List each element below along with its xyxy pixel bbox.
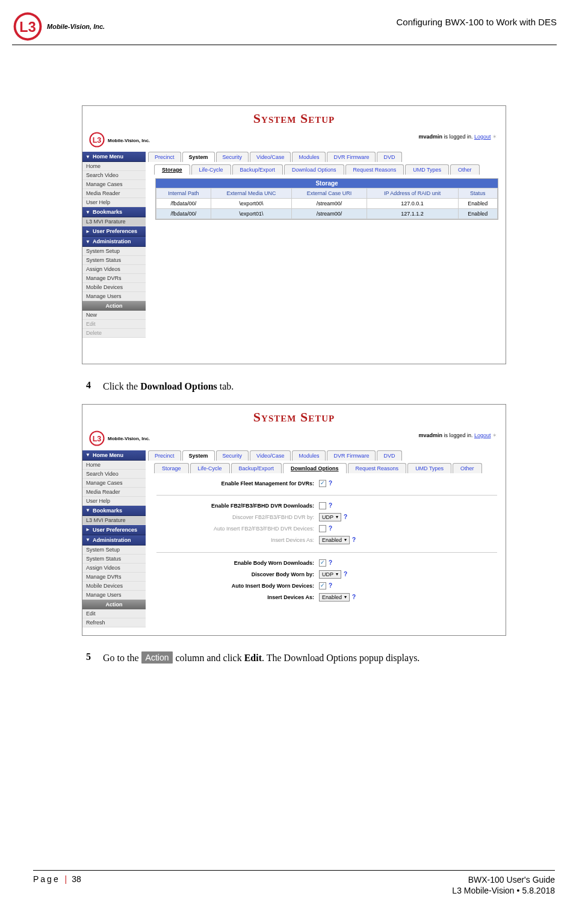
subtab-download[interactable]: Download Options <box>283 463 347 473</box>
sidebar-item[interactable]: Manage DVRs <box>82 573 146 582</box>
subtab-storage[interactable]: Storage <box>154 164 190 175</box>
subtab-lifecycle[interactable]: Life-Cycle <box>191 164 231 175</box>
subtab-umd[interactable]: UMD Types <box>405 164 449 175</box>
action-item[interactable]: Delete <box>82 329 146 338</box>
page-header: L3 Mobile-Vision, Inc. Configuring BWX-1… <box>0 0 588 45</box>
subtab-other[interactable]: Other <box>450 164 480 175</box>
table-cell[interactable]: /fbdata/00/ <box>156 199 211 209</box>
sidebar-item[interactable]: L3 MVI Parature <box>82 217 146 226</box>
sidebar-item[interactable]: Manage DVRs <box>82 274 146 283</box>
action-item[interactable]: New <box>82 311 146 320</box>
user-prefs-header[interactable]: User Preferences <box>82 525 146 535</box>
subtab-backup[interactable]: Backup/Export <box>232 164 283 175</box>
table-cell[interactable]: \export01\ <box>211 209 292 219</box>
help-icon[interactable]: ? <box>329 582 332 589</box>
subtab-request[interactable]: Request Reasons <box>348 463 407 473</box>
help-icon[interactable]: ? <box>329 480 332 487</box>
table-cell[interactable]: /fbdata/00/ <box>156 209 211 219</box>
help-icon[interactable]: ? <box>352 594 356 600</box>
sidebar-item[interactable]: Home <box>82 162 146 171</box>
sidebar-item[interactable]: System Setup <box>82 247 146 256</box>
tab-precinct[interactable]: Precinct <box>148 152 181 162</box>
tab-security[interactable]: Security <box>216 152 249 162</box>
sidebar-item[interactable]: Manage Users <box>82 292 146 301</box>
sidebar-item[interactable]: Home <box>82 461 146 470</box>
checkbox-fleet[interactable] <box>319 480 326 487</box>
tab-modules[interactable]: Modules <box>292 152 326 162</box>
sidebar-item[interactable]: Assign Videos <box>82 265 146 274</box>
checkbox-bwauto[interactable] <box>319 582 326 589</box>
tab-dvr-firmware[interactable]: DVR Firmware <box>327 152 376 162</box>
action-item[interactable]: Refresh <box>82 618 146 627</box>
sidebar-item[interactable]: Manage Users <box>82 591 146 600</box>
sidebar-item[interactable]: Manage Cases <box>82 180 146 189</box>
table-cell[interactable]: \export00\ <box>211 199 292 209</box>
select-fb2ins[interactable]: Enabled <box>319 536 350 544</box>
subtab-other[interactable]: Other <box>453 463 482 473</box>
help-icon[interactable]: ? <box>344 514 347 520</box>
tab-modules[interactable]: Modules <box>292 450 326 461</box>
bookmarks-header[interactable]: Bookmarks <box>82 506 146 516</box>
tab-videocase[interactable]: Video/Case <box>250 450 291 461</box>
tab-dvr-firmware[interactable]: DVR Firmware <box>327 450 376 461</box>
subtab-storage[interactable]: Storage <box>154 463 189 473</box>
sidebar-item[interactable]: System Status <box>82 256 146 265</box>
tab-dvd[interactable]: DVD <box>377 450 401 461</box>
sidebar-item[interactable]: Mobile Devices <box>82 582 146 591</box>
sidebar-item[interactable]: System Setup <box>82 546 146 555</box>
username: mvadmin <box>418 134 442 140</box>
help-icon[interactable]: ? <box>344 571 347 577</box>
select-bwins[interactable]: Enabled <box>319 593 350 602</box>
admin-header[interactable]: Administration <box>82 237 146 247</box>
select-bwdisc[interactable]: UDP <box>319 570 341 579</box>
admin-header[interactable]: Administration <box>82 535 146 546</box>
tab-precinct[interactable]: Precinct <box>148 450 181 461</box>
checkbox-bwdl[interactable] <box>319 559 326 567</box>
table-cell[interactable]: /stream00/ <box>292 199 367 209</box>
sidebar-item[interactable]: Media Reader <box>82 189 146 198</box>
table-cell[interactable]: Enabled <box>458 199 497 209</box>
checkbox-fb2auto[interactable] <box>319 525 326 532</box>
table-cell[interactable]: Enabled <box>458 209 497 219</box>
tab-system[interactable]: System <box>182 450 215 461</box>
subtab-download[interactable]: Download Options <box>284 164 344 175</box>
tab-system[interactable]: System <box>182 152 215 162</box>
help-icon[interactable]: ? <box>329 502 332 509</box>
table-cell[interactable]: 127.0.0.1 <box>367 199 458 209</box>
subtab-umd[interactable]: UMD Types <box>407 463 451 473</box>
table-cell[interactable]: /stream00/ <box>292 209 367 219</box>
checkbox-fb2dl[interactable] <box>319 502 326 509</box>
table-cell[interactable]: 127.1.1.2 <box>367 209 458 219</box>
sidebar-item[interactable]: Mobile Devices <box>82 283 146 292</box>
user-prefs-header[interactable]: User Preferences <box>82 226 146 237</box>
sidebar-item[interactable]: System Status <box>82 555 146 564</box>
step-text: Click the Download Options tab. <box>103 380 555 393</box>
tab-dvd[interactable]: DVD <box>377 152 401 162</box>
sidebar-item[interactable]: User Help <box>82 198 146 207</box>
sidebar-item[interactable]: Search Video <box>82 171 146 180</box>
home-menu-header[interactable]: Home Menu <box>82 152 146 162</box>
home-menu-header[interactable]: Home Menu <box>82 450 146 461</box>
main-panel: Precinct System Security Video/Case Modu… <box>146 450 506 627</box>
sidebar-item[interactable]: Search Video <box>82 470 146 479</box>
sidebar-item[interactable]: Media Reader <box>82 488 146 497</box>
subtab-request[interactable]: Request Reasons <box>345 164 404 175</box>
bookmarks-header[interactable]: Bookmarks <box>82 207 146 217</box>
action-item[interactable]: Edit <box>82 609 146 618</box>
subtab-lifecycle[interactable]: Life-Cycle <box>190 463 230 473</box>
sidebar-item[interactable]: User Help <box>82 497 146 506</box>
tab-security[interactable]: Security <box>216 450 249 461</box>
logout-link[interactable]: Logout <box>474 134 491 140</box>
help-icon[interactable]: ? <box>352 536 356 543</box>
sidebar-item[interactable]: L3 MVI Parature <box>82 516 146 525</box>
tab-videocase[interactable]: Video/Case <box>250 152 291 162</box>
help-icon[interactable]: ? <box>329 559 332 566</box>
logout-link[interactable]: Logout <box>474 432 491 438</box>
login-text: is logged in. <box>442 432 474 438</box>
help-icon[interactable]: ? <box>329 525 332 532</box>
action-item[interactable]: Edit <box>82 320 146 329</box>
sidebar-item[interactable]: Manage Cases <box>82 479 146 488</box>
subtab-backup[interactable]: Backup/Export <box>231 463 282 473</box>
select-fb2disc[interactable]: UDP <box>319 513 341 521</box>
sidebar-item[interactable]: Assign Videos <box>82 564 146 573</box>
